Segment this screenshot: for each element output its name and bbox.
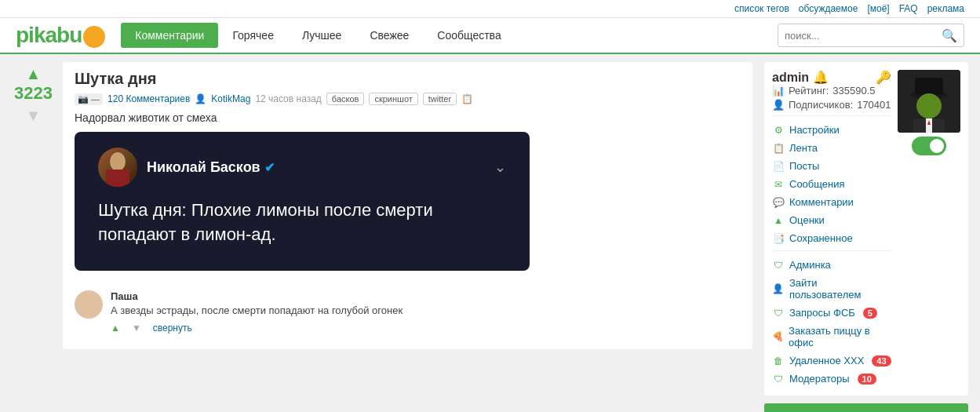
comments-sidebar-link[interactable]: 💬 Комментарии [772, 193, 891, 211]
nav-comments[interactable]: Комментарии [121, 23, 218, 48]
posts-label: Посты [789, 160, 819, 172]
topbar: список тегов обсуждаемое [моё] FAQ рекла… [0, 0, 980, 18]
messages-icon: ✉ [772, 179, 785, 190]
comment-actions: ▲ ▼ свернуть [111, 323, 403, 334]
moderators-label: Модераторы [789, 373, 850, 385]
pizza-link[interactable]: 🍕 Заказать пиццу в офис [772, 322, 891, 352]
tweet-author-name: Николай Басков ✔ [147, 159, 275, 176]
login-as-label: Зайти пользователем [789, 277, 891, 301]
moderators-link[interactable]: 🛡 Модераторы 10 [772, 370, 891, 388]
pizza-icon: 🍕 [772, 331, 784, 342]
nav-communities[interactable]: Сообщества [423, 23, 515, 48]
admin-label: Админка [789, 259, 831, 271]
settings-link[interactable]: ⚙ Настройки [772, 121, 891, 139]
subscribers-value: 170401 [857, 99, 891, 111]
chart-icon: 📊 [772, 85, 785, 97]
search-box: 🔍 [778, 24, 964, 47]
logo[interactable]: pikabu [16, 23, 105, 48]
nav-best[interactable]: Лучшее [288, 23, 355, 48]
mine-link[interactable]: [моё] [867, 3, 889, 14]
tweet-avatar-inner [98, 148, 137, 187]
deleted-link[interactable]: 🗑 Удаленное ХХХ 43 [772, 352, 891, 370]
content-area: ▲ 3223 ▼ Шутка дня 📷 — 120 Комментариев … [12, 62, 752, 412]
fsb-link[interactable]: 🛡 Запросы ФСБ 5 [772, 304, 891, 322]
ratings-link[interactable]: ▲ Оценки [772, 211, 891, 229]
main-nav: Комментарии Горячее Лучшее Свежее Сообще… [121, 23, 778, 48]
ratings-label: Оценки [789, 214, 825, 226]
login-as-icon: 👤 [772, 283, 785, 294]
feed-icon: 📋 [772, 143, 785, 154]
saved-link[interactable]: 📑 Сохраненное [772, 229, 891, 247]
tweet-header: Николай Басков ✔ ⌄ [98, 148, 506, 187]
tweet-avatar [98, 148, 137, 187]
logo-text: pikabu [16, 23, 82, 48]
search-input[interactable] [778, 27, 935, 45]
theme-toggle[interactable] [912, 137, 946, 155]
post-title: Шутка дня [75, 70, 741, 88]
settings-label: Настройки [789, 124, 840, 136]
profile-links: ⚙ Настройки 📋 Лента 📄 Посты ✉ [772, 115, 891, 247]
comment-vote-down[interactable]: ▼ [132, 323, 141, 334]
ads-link[interactable]: реклама [927, 3, 964, 14]
tag-twitter[interactable]: twitter [423, 93, 457, 105]
admin-link[interactable]: 🛡 Админка [772, 256, 891, 274]
messages-label: Сообщения [789, 178, 845, 190]
messages-link[interactable]: ✉ Сообщения [772, 175, 891, 193]
deleted-icon: 🗑 [772, 355, 785, 366]
fsb-label: Запросы ФСБ [789, 307, 855, 319]
sidebar: admin 🔔 🔑 📊 Рейтинг: 335590.5 👤 Подписчи [764, 62, 968, 412]
vote-down-button[interactable]: ▼ [26, 108, 42, 123]
ratings-icon: ▲ [772, 215, 785, 226]
username-label: admin [772, 71, 809, 85]
rating-label: Рейтинг: [789, 85, 829, 97]
subscribers-label: Подписчиков: [789, 99, 853, 111]
vote-up-button[interactable]: ▲ [26, 66, 42, 82]
key-icon[interactable]: 🔑 [876, 70, 891, 85]
profile-info-col: admin 🔔 🔑 📊 Рейтинг: 335590.5 👤 Подписчи [772, 70, 891, 388]
author-link[interactable]: KotikMag [211, 93, 250, 104]
profile-top-row: admin 🔔 🔑 📊 Рейтинг: 335590.5 👤 Подписчи [772, 70, 960, 388]
feed-link[interactable]: 📋 Лента [772, 139, 891, 157]
bell-icon[interactable]: 🔔 [813, 70, 829, 85]
moderators-badge: 10 [858, 374, 876, 385]
svg-point-6 [916, 93, 942, 118]
login-as-link[interactable]: 👤 Зайти пользователем [772, 274, 891, 304]
discussed-link[interactable]: обсуждаемое [799, 3, 858, 14]
post-text: Надорвал животик от смеха [75, 111, 741, 124]
fsb-icon: 🛡 [772, 308, 785, 319]
nav-fresh[interactable]: Свежее [355, 23, 423, 48]
fsb-badge: 5 [863, 308, 877, 319]
comments-icon: 💬 [772, 197, 785, 208]
deleted-badge: 43 [872, 355, 891, 366]
search-button[interactable]: 🔍 [935, 25, 964, 46]
main-layout: ▲ 3223 ▼ Шутка дня 📷 — 120 Комментариев … [0, 54, 980, 412]
nav-hot[interactable]: Горячее [218, 23, 288, 48]
comment-body: Паша А звезды эстрады, после смерти попа… [111, 290, 403, 334]
tag-baskov[interactable]: басков [326, 93, 365, 105]
person-icon: 👤 [772, 99, 785, 111]
copy-icon[interactable]: 📋 [461, 93, 473, 104]
posts-link[interactable]: 📄 Посты [772, 157, 891, 175]
post-meta: 📷 — 120 Комментариев 👤 KotikMag 12 часов… [75, 93, 741, 105]
feed-label: Лента [789, 142, 818, 154]
comment-block: Паша А звезды эстрады, после смерти попа… [75, 283, 741, 341]
post-time: 12 часов назад [255, 93, 321, 104]
post-wrapper: ▲ 3223 ▼ Шутка дня 📷 — 120 Комментариев … [12, 62, 752, 349]
comments-sidebar-label: Комментарии [789, 196, 854, 208]
svg-point-0 [110, 152, 126, 171]
subscribers-line: 👤 Подписчиков: 170401 [772, 99, 891, 111]
tags-list-link[interactable]: список тегов [734, 3, 789, 14]
tweet-text: Шутка дня: Плохие лимоны после смерти по… [98, 199, 506, 247]
comment-avatar [75, 290, 103, 319]
tag-screenshot[interactable]: скриншот [369, 93, 417, 105]
tweet-chevron-icon: ⌄ [494, 159, 506, 176]
collapse-link[interactable]: свернуть [153, 323, 192, 334]
comment-vote-up[interactable]: ▲ [111, 323, 120, 334]
comment-text: А звезды эстрады, после смерти попадают … [111, 304, 403, 316]
comments-link[interactable]: 120 Комментариев [107, 93, 190, 104]
admin-links: 🛡 Админка 👤 Зайти пользователем 🛡 Запрос… [772, 250, 891, 388]
add-post-button[interactable]: + добавить пост [764, 403, 968, 412]
rating-line: 📊 Рейтинг: 335590.5 [772, 85, 891, 97]
sidebar-avatar [898, 70, 960, 133]
faq-link[interactable]: FAQ [899, 3, 918, 14]
